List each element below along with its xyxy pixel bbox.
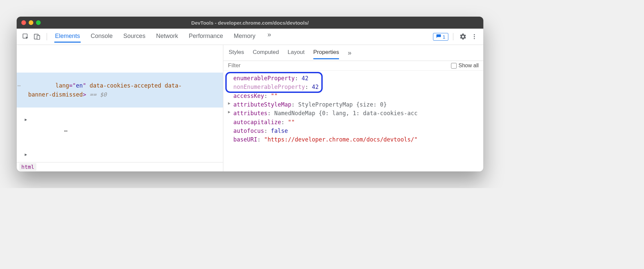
property-value: 42	[312, 84, 318, 90]
toolbar-divider-2	[453, 33, 453, 40]
property-row[interactable]: accessKey: ""	[227, 92, 482, 100]
property-row[interactable]: ▶attributeStyleMap: StylePropertyMap {si…	[227, 100, 482, 109]
svg-point-3	[474, 34, 475, 35]
titlebar: DevTools - developer.chrome.com/docs/dev…	[17, 17, 483, 29]
kebab-menu-icon[interactable]	[469, 32, 479, 42]
show-all-label: Show all	[459, 63, 479, 69]
minimize-window-button[interactable]	[29, 20, 33, 25]
expand-triangle-icon[interactable]: ▶	[228, 109, 230, 115]
dom-body-element[interactable]: ▶ …	[17, 143, 223, 162]
subtab-styles[interactable]: Styles	[229, 46, 244, 59]
property-key: nonEnumerableProperty	[233, 84, 305, 90]
property-row[interactable]: ▶attributes: NamedNodeMap {0: lang, 1: d…	[227, 109, 482, 118]
expand-triangle-icon[interactable]: ▶	[228, 100, 230, 107]
dom-doctype[interactable]	[17, 46, 223, 73]
tab-elements[interactable]: Elements	[54, 31, 81, 43]
issues-count: 1	[443, 34, 445, 40]
expand-triangle-icon[interactable]: ▶	[25, 151, 27, 158]
more-subtabs-icon[interactable]: »	[348, 49, 351, 57]
property-value: "https://developer.chrome.com/docs/devto…	[264, 136, 418, 143]
issues-icon	[436, 34, 441, 39]
show-all-toggle[interactable]: Show all	[451, 63, 479, 69]
property-row[interactable]: enumerableProperty: 42	[227, 74, 482, 83]
property-value: NamedNodeMap {0: lang, 1: data-cookies-a…	[274, 110, 418, 117]
filter-input[interactable]	[228, 62, 451, 69]
expand-triangle-icon[interactable]: ▶	[25, 117, 27, 123]
main-tabs: Elements Console Sources Network Perform…	[54, 31, 273, 43]
zoom-window-button[interactable]	[36, 20, 41, 25]
filter-row: Show all	[223, 61, 483, 71]
property-value: false	[271, 128, 288, 134]
tab-performance[interactable]: Performance	[188, 31, 224, 43]
property-value: 42	[302, 75, 308, 82]
dom-head-element[interactable]: ▶ …	[17, 108, 223, 142]
properties-list[interactable]: enumerableProperty: 42nonEnumerablePrope…	[223, 71, 483, 171]
elements-panel: ⋯lang="en" data-cookies-accepted data- b…	[17, 45, 223, 171]
property-row[interactable]: autocapitalize: ""	[227, 118, 482, 127]
tab-network[interactable]: Network	[155, 31, 179, 43]
device-toolbar-icon[interactable]	[32, 32, 42, 42]
settings-icon[interactable]	[458, 32, 468, 42]
sidebar-panel: Styles Computed Layout Properties » Show…	[223, 45, 483, 171]
show-all-checkbox[interactable]	[451, 63, 457, 69]
svg-point-4	[474, 36, 475, 37]
svg-point-5	[474, 38, 475, 39]
overflow-dots-icon: ⋯	[17, 81, 21, 90]
content-area: ⋯lang="en" data-cookies-accepted data- b…	[17, 45, 483, 171]
property-key: accessKey	[233, 93, 264, 99]
property-value: ""	[271, 93, 278, 99]
property-row[interactable]: nonEnumerableProperty: 42	[227, 83, 482, 91]
property-key: autocapitalize	[233, 119, 281, 126]
property-row[interactable]: autofocus: false	[227, 127, 482, 135]
issues-button[interactable]: 1	[433, 33, 448, 41]
traffic-lights	[21, 20, 41, 25]
breadcrumb-html[interactable]: html	[19, 163, 36, 171]
breadcrumb-bar: html	[17, 162, 223, 171]
property-row[interactable]: baseURI: "https://developer.chrome.com/d…	[227, 135, 482, 144]
subtab-computed[interactable]: Computed	[253, 46, 279, 59]
toolbar-divider	[47, 33, 47, 40]
property-value: StylePropertyMap {size: 0}	[298, 101, 387, 108]
dom-tree[interactable]: ⋯lang="en" data-cookies-accepted data- b…	[17, 45, 223, 162]
property-key: autofocus	[233, 128, 264, 134]
property-value: ""	[288, 119, 295, 126]
close-window-button[interactable]	[21, 20, 26, 25]
sidebar-tabs: Styles Computed Layout Properties »	[223, 45, 483, 61]
subtab-layout[interactable]: Layout	[288, 46, 305, 59]
dom-html-element[interactable]: ⋯lang="en" data-cookies-accepted data- b…	[17, 73, 223, 108]
tab-sources[interactable]: Sources	[123, 31, 146, 43]
window-title: DevTools - developer.chrome.com/docs/dev…	[17, 20, 483, 26]
devtools-window: DevTools - developer.chrome.com/docs/dev…	[17, 17, 483, 171]
tab-console[interactable]: Console	[90, 31, 113, 43]
property-key: baseURI	[233, 136, 257, 143]
property-key: attributeStyleMap	[233, 101, 291, 108]
svg-rect-2	[37, 35, 40, 39]
subtab-properties[interactable]: Properties	[313, 46, 339, 59]
property-key: attributes	[233, 110, 267, 117]
tab-memory[interactable]: Memory	[233, 31, 256, 43]
main-toolbar: Elements Console Sources Network Perform…	[17, 29, 483, 45]
property-key: enumerableProperty	[233, 75, 295, 82]
more-tabs-icon[interactable]: »	[265, 31, 273, 43]
inspect-element-icon[interactable]	[21, 32, 31, 42]
